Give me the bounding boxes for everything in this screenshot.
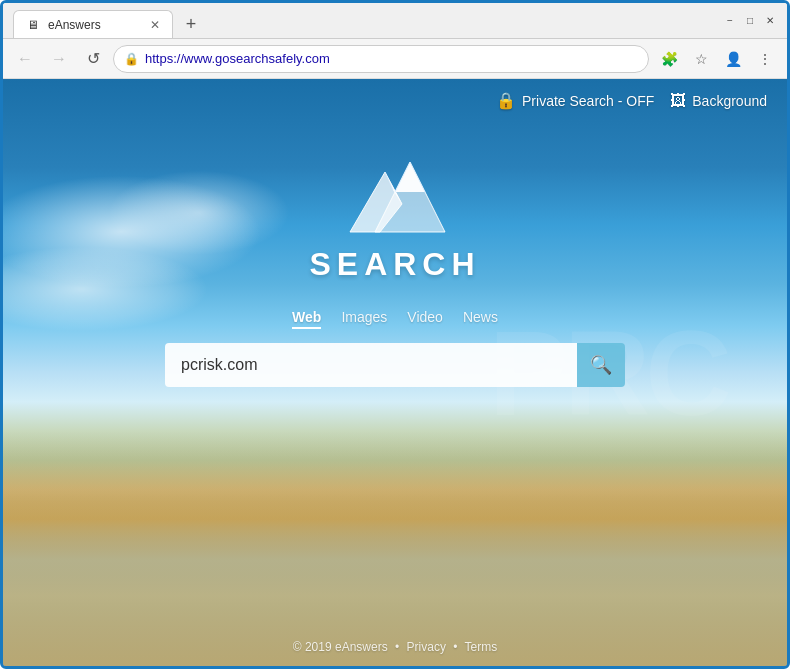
- search-tabs: Web Images Video News: [292, 307, 498, 329]
- tab-video[interactable]: Video: [407, 307, 443, 329]
- tab-images[interactable]: Images: [341, 307, 387, 329]
- footer-copyright: © 2019 eAnswers: [293, 640, 388, 654]
- title-bar: 🖥 eAnswers ✕ + − □ ✕: [3, 3, 787, 39]
- svg-marker-3: [395, 162, 425, 192]
- private-search-button[interactable]: 🔒 Private Search - OFF: [496, 91, 654, 110]
- address-bar[interactable]: 🔒 https://www.gosearchsafely.com: [113, 45, 649, 73]
- search-input[interactable]: [165, 343, 577, 387]
- private-search-label: Private Search - OFF: [522, 93, 654, 109]
- top-controls: 🔒 Private Search - OFF 🖼 Background: [3, 79, 787, 122]
- lock-icon: 🔒: [496, 91, 516, 110]
- forward-button[interactable]: →: [45, 45, 73, 73]
- lock-icon: 🔒: [124, 52, 139, 66]
- window-controls: − □ ✕: [715, 14, 777, 28]
- footer-terms-link[interactable]: Terms: [465, 640, 498, 654]
- tab-title: eAnswers: [48, 18, 101, 32]
- page-content: PRC 🔒 Private Search - OFF 🖼 Background: [3, 79, 787, 666]
- background-label: Background: [692, 93, 767, 109]
- nav-bar: ← → ↺ 🔒 https://www.gosearchsafely.com 🧩…: [3, 39, 787, 79]
- logo-area: SEARCH: [309, 152, 480, 283]
- footer-dot-2: •: [453, 640, 457, 654]
- url-text: https://www.gosearchsafely.com: [145, 51, 638, 66]
- nav-action-icons: 🧩 ☆ 👤 ⋮: [655, 45, 779, 73]
- tab-close-button[interactable]: ✕: [150, 18, 160, 32]
- close-button[interactable]: ✕: [763, 14, 777, 28]
- search-icon: 🔍: [590, 354, 612, 376]
- new-tab-button[interactable]: +: [177, 10, 205, 38]
- page-footer: © 2019 eAnswers • Privacy • Terms: [3, 640, 787, 654]
- footer-dot-1: •: [395, 640, 399, 654]
- extensions-button[interactable]: 🧩: [655, 45, 683, 73]
- restore-button[interactable]: □: [743, 14, 757, 28]
- logo-text: SEARCH: [309, 246, 480, 283]
- tab-bar: 🖥 eAnswers ✕ +: [13, 3, 707, 38]
- minimize-button[interactable]: −: [723, 14, 737, 28]
- tab-news[interactable]: News: [463, 307, 498, 329]
- footer-privacy-link[interactable]: Privacy: [407, 640, 446, 654]
- tab-web[interactable]: Web: [292, 307, 321, 329]
- menu-button[interactable]: ⋮: [751, 45, 779, 73]
- active-tab[interactable]: 🖥 eAnswers ✕: [13, 10, 173, 38]
- background-button[interactable]: 🖼 Background: [670, 91, 767, 110]
- search-box-container: 🔍: [165, 343, 625, 387]
- logo-icon: [330, 152, 460, 242]
- back-button[interactable]: ←: [11, 45, 39, 73]
- image-icon: 🖼: [670, 92, 686, 110]
- bookmark-button[interactable]: ☆: [687, 45, 715, 73]
- refresh-button[interactable]: ↺: [79, 45, 107, 73]
- search-button[interactable]: 🔍: [577, 343, 625, 387]
- page-overlay: 🔒 Private Search - OFF 🖼 Background: [3, 79, 787, 666]
- tab-favicon: 🖥: [26, 18, 40, 32]
- browser-window: 🖥 eAnswers ✕ + − □ ✕ ← → ↺ 🔒 https://www…: [0, 0, 790, 669]
- profile-button[interactable]: 👤: [719, 45, 747, 73]
